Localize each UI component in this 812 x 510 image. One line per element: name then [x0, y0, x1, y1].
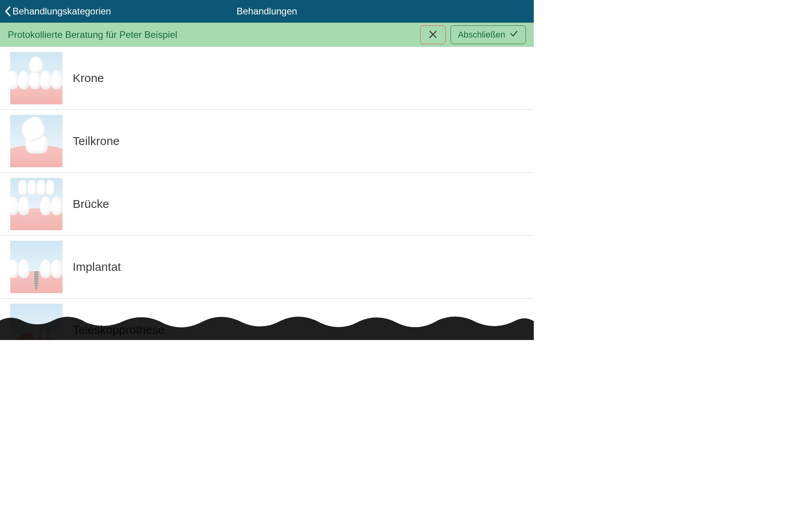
treatment-label: Teilkrone — [73, 134, 120, 148]
page-title: Behandlungen — [237, 6, 297, 17]
treatment-label: Teleskopprothese — [73, 323, 165, 336]
list-item[interactable]: Krone — [0, 47, 534, 110]
close-button[interactable] — [420, 25, 446, 44]
back-button[interactable]: Behandlungskategorien — [0, 6, 111, 17]
treatment-thumbnail — [10, 304, 63, 340]
close-icon — [429, 30, 437, 40]
app-container: Behandlungskategorien Behandlungen Proto… — [0, 0, 534, 340]
consultation-banner: Protokollierte Beratung für Peter Beispi… — [0, 23, 534, 47]
treatment-label: Brücke — [73, 197, 109, 211]
list-item[interactable]: Brücke — [0, 173, 534, 236]
complete-button[interactable]: Abschließen — [451, 25, 526, 44]
treatment-list: Krone Teilkrone Brücke — [0, 47, 534, 340]
treatment-thumbnail — [10, 241, 63, 293]
chevron-left-icon — [5, 6, 11, 16]
treatment-label: Implantat — [73, 260, 121, 274]
treatment-thumbnail — [10, 178, 63, 230]
treatment-thumbnail — [10, 115, 63, 167]
banner-actions: Abschließen — [420, 25, 526, 44]
back-label: Behandlungskategorien — [13, 6, 111, 17]
list-item[interactable]: Teleskopprothese — [0, 299, 534, 340]
treatment-thumbnail — [10, 52, 63, 104]
banner-text: Protokollierte Beratung für Peter Beispi… — [8, 29, 177, 40]
check-icon — [509, 29, 519, 41]
list-item[interactable]: Teilkrone — [0, 110, 534, 173]
treatment-label: Krone — [73, 72, 104, 85]
list-item[interactable]: Implantat — [0, 236, 534, 299]
complete-label: Abschließen — [458, 30, 505, 40]
header-bar: Behandlungskategorien Behandlungen — [0, 0, 534, 23]
